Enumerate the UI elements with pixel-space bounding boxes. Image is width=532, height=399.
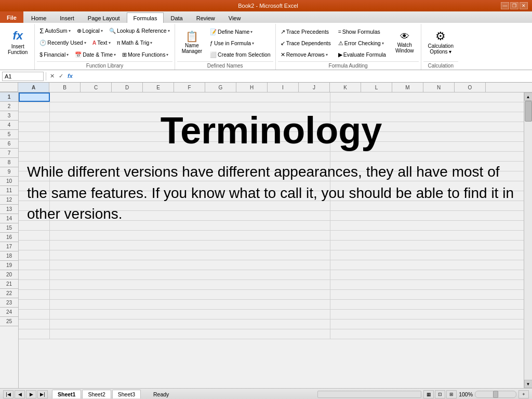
error-checking-button[interactable]: ⚠ Error Checking ▾ — [336, 37, 389, 49]
col-k[interactable]: K — [330, 83, 361, 92]
col-h[interactable]: H — [236, 83, 268, 92]
zoom-label: 100% — [459, 391, 473, 397]
row-9[interactable]: 9 — [0, 167, 18, 177]
row-25[interactable]: 25 — [0, 317, 18, 326]
create-from-selection-button[interactable]: ⬜ Create from Selection — [207, 49, 273, 60]
lookup-reference-button[interactable]: 🔍 Lookup & Reference ▾ — [107, 25, 172, 36]
date-time-button[interactable]: 📅 Date & Time ▾ — [72, 49, 118, 60]
col-e[interactable]: E — [143, 83, 174, 92]
trace-dependents-button[interactable]: ↙ Trace Dependents — [278, 37, 334, 49]
watch-window-button[interactable]: 👁 WatchWindow — [391, 25, 419, 59]
row-18[interactable]: 18 — [0, 251, 18, 261]
page-break-view-button[interactable]: ⊞ — [446, 390, 457, 398]
zoom-slider[interactable] — [475, 391, 516, 398]
col-j[interactable]: J — [299, 83, 330, 92]
row-3[interactable]: 3 — [0, 111, 18, 121]
scroll-track[interactable] — [524, 101, 532, 380]
row-20[interactable]: 20 — [0, 270, 18, 280]
sheet-tab-2[interactable]: Sheet2 — [82, 390, 111, 398]
col-l[interactable]: L — [361, 83, 392, 92]
col-g[interactable]: G — [205, 83, 236, 92]
formula-fx-button[interactable]: fx — [66, 73, 74, 79]
nav-buttons[interactable]: |◀ ◀ ▶ ▶| — [3, 390, 48, 398]
horizontal-scrollbar[interactable] — [317, 391, 421, 398]
tab-insert[interactable]: Insert — [53, 12, 81, 23]
row-8[interactable]: 8 — [0, 158, 18, 167]
row-13[interactable]: 13 — [0, 205, 18, 214]
trace-precedents-button[interactable]: ↗ Trace Precedents — [278, 26, 334, 37]
calculation-options-button[interactable]: ⚙ CalculationOptions ▾ — [423, 25, 458, 59]
col-a[interactable]: A — [18, 83, 49, 92]
math-trig-button[interactable]: π Math & Trig ▾ — [114, 37, 155, 48]
window-controls[interactable]: — ❐ ✕ — [501, 2, 528, 9]
tab-home[interactable]: Home — [24, 12, 53, 23]
use-in-formula-button[interactable]: ƒ Use in Formula ▾ — [207, 37, 273, 49]
row-22[interactable]: 22 — [0, 289, 18, 298]
tab-formulas[interactable]: Formulas — [127, 12, 164, 23]
name-manager-button[interactable]: 📋 NameManager — [177, 25, 207, 59]
tab-data[interactable]: Data — [164, 12, 189, 23]
row-21[interactable]: 21 — [0, 280, 18, 289]
row-1[interactable]: 1 — [0, 92, 18, 102]
normal-view-button[interactable]: ▦ — [423, 390, 434, 398]
row-5[interactable]: 5 — [0, 130, 18, 139]
row-6[interactable]: 6 — [0, 139, 18, 149]
sheet-tab-1[interactable]: Sheet1 — [52, 390, 81, 398]
formula-confirm-button[interactable]: ✓ — [57, 73, 65, 79]
row-4[interactable]: 4 — [0, 121, 18, 130]
evaluate-formula-button[interactable]: ▶ Evaluate Formula — [336, 49, 389, 60]
tab-view[interactable]: View — [222, 12, 248, 23]
prev-sheet-button[interactable]: ◀ — [15, 390, 25, 398]
col-b[interactable]: B — [49, 83, 81, 92]
col-c[interactable]: C — [81, 83, 112, 92]
row-16[interactable]: 16 — [0, 233, 18, 242]
recently-used-button[interactable]: 🕐 Recently Used ▾ — [37, 37, 88, 48]
col-o[interactable]: O — [455, 83, 486, 92]
text-button[interactable]: A Text ▾ — [90, 37, 113, 48]
tab-file[interactable]: File — [0, 11, 23, 23]
row-10[interactable]: 10 — [0, 177, 18, 186]
scroll-thumb[interactable] — [525, 101, 532, 122]
show-formulas-button[interactable]: = Show Formulas — [336, 26, 389, 37]
tab-review[interactable]: Review — [190, 12, 222, 23]
row-15[interactable]: 15 — [0, 223, 18, 233]
remove-arrows-button[interactable]: ✕ Remove Arrows ▾ — [278, 49, 334, 60]
first-sheet-button[interactable]: |◀ — [3, 390, 14, 398]
formula-cancel-button[interactable]: ✕ — [48, 73, 56, 79]
formula-input[interactable] — [76, 73, 530, 80]
next-sheet-button[interactable]: ▶ — [26, 390, 36, 398]
row-7[interactable]: 7 — [0, 149, 18, 158]
sheet-tab-3[interactable]: Sheet3 — [112, 390, 141, 398]
tab-pagelayout[interactable]: Page Layout — [81, 12, 127, 23]
row-24[interactable]: 24 — [0, 308, 18, 317]
zoom-in-button[interactable]: + — [518, 390, 529, 398]
row-19[interactable]: 19 — [0, 261, 18, 270]
row-14[interactable]: 14 — [0, 214, 18, 223]
define-name-button[interactable]: 📝 Define Name ▾ — [207, 26, 273, 37]
autosum-button[interactable]: Σ AutoSum ▾ — [37, 25, 73, 36]
row-2[interactable]: 2 — [0, 102, 18, 111]
page-layout-view-button[interactable]: ⊡ — [435, 390, 445, 398]
col-m[interactable]: M — [392, 83, 423, 92]
more-functions-button[interactable]: ⊞ More Functions ▾ — [119, 49, 171, 60]
scroll-down-button[interactable]: ▼ — [524, 380, 533, 388]
col-n[interactable]: N — [423, 83, 455, 92]
scroll-up-button[interactable]: ▲ — [524, 92, 533, 101]
col-f[interactable]: F — [174, 83, 205, 92]
minimize-button[interactable]: — — [501, 2, 509, 9]
col-d[interactable]: D — [112, 83, 143, 92]
logical-button[interactable]: ⊕ Logical ▾ — [74, 25, 105, 36]
last-sheet-button[interactable]: ▶| — [37, 390, 48, 398]
row-12[interactable]: 12 — [0, 195, 18, 205]
insert-function-button[interactable]: fx InsertFunction — [3, 25, 32, 59]
row-17[interactable]: 17 — [0, 242, 18, 251]
restore-button[interactable]: ❐ — [510, 2, 518, 9]
close-button[interactable]: ✕ — [520, 2, 528, 9]
cell-a1[interactable] — [19, 92, 50, 102]
row-23[interactable]: 23 — [0, 298, 18, 308]
col-i[interactable]: I — [268, 83, 299, 92]
name-box[interactable] — [2, 72, 44, 81]
row-11[interactable]: 11 — [0, 186, 18, 195]
table-row — [19, 171, 524, 181]
financial-button[interactable]: $ Financial ▾ — [37, 49, 71, 60]
